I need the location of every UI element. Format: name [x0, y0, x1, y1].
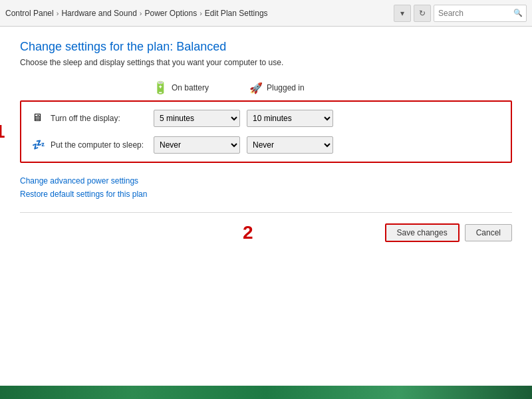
sleep-icon: 💤 — [32, 138, 45, 152]
plugged-in-header: 🚀 Plugged in — [249, 82, 346, 94]
on-battery-label: On battery — [172, 83, 209, 92]
breadcrumb: Control Panel › Hardware and Sound › Pow… — [5, 9, 394, 18]
search-input[interactable] — [434, 5, 527, 22]
column-headers: 🔋 On battery 🚀 Plugged in — [153, 80, 512, 95]
annotation-1: 1 — [0, 121, 5, 142]
battery-icon: 🔋 — [153, 80, 168, 95]
sleep-battery-select[interactable]: 1 minute 2 minutes 3 minutes 5 minutes 1… — [154, 136, 240, 154]
on-battery-header: 🔋 On battery — [153, 80, 249, 95]
address-bar: Control Panel › Hardware and Sound › Pow… — [0, 0, 532, 27]
annotation-2: 2 — [243, 222, 253, 243]
sleep-setting-row: 💤 Put the computer to sleep: 1 minute 2 … — [32, 136, 500, 154]
display-plugged-select[interactable]: 1 minute 2 minutes 3 minutes 5 minutes 1… — [247, 110, 333, 127]
breadcrumb-edit-plan[interactable]: Edit Plan Settings — [205, 9, 268, 18]
plugged-in-icon: 🚀 — [249, 82, 263, 94]
breadcrumb-control-panel[interactable]: Control Panel — [5, 9, 54, 18]
cancel-button[interactable]: Cancel — [465, 224, 512, 241]
dropdown-button[interactable]: ▾ — [394, 5, 411, 22]
address-controls: ▾ ↻ 🔍 — [394, 5, 527, 22]
page-subtitle: Choose the sleep and display settings th… — [20, 58, 512, 67]
bottom-buttons: 2 Save changes Cancel — [20, 223, 512, 242]
restore-defaults-link[interactable]: Restore default settings for this plan — [20, 190, 512, 199]
sleep-label: Put the computer to sleep: — [51, 140, 154, 150]
main-content: Change settings for the plan: Balanced C… — [0, 27, 532, 399]
display-icon: 🖥 — [32, 112, 45, 125]
breadcrumb-power-options[interactable]: Power Options — [144, 9, 197, 18]
taskbar — [0, 386, 532, 399]
display-label: Turn off the display: — [51, 114, 154, 123]
page-title: Change settings for the plan: Balanced — [20, 40, 512, 54]
breadcrumb-sep-1: › — [57, 9, 59, 17]
sleep-plugged-select[interactable]: 1 minute 2 minutes 3 minutes 5 minutes 1… — [247, 136, 333, 154]
divider — [20, 212, 512, 213]
breadcrumb-sep-2: › — [140, 9, 142, 17]
display-battery-select[interactable]: 1 minute 2 minutes 3 minutes 5 minutes 1… — [154, 110, 240, 127]
breadcrumb-hardware-sound[interactable]: Hardware and Sound — [61, 9, 136, 18]
search-wrap: 🔍 — [434, 5, 527, 22]
refresh-button[interactable]: ↻ — [414, 5, 431, 22]
plugged-in-label: Plugged in — [267, 83, 305, 92]
breadcrumb-sep-3: › — [200, 9, 202, 17]
advanced-settings-link[interactable]: Change advanced power settings — [20, 176, 512, 186]
action-links: Change advanced power settings Restore d… — [20, 176, 512, 199]
save-button[interactable]: Save changes — [385, 223, 460, 242]
display-setting-row: 🖥 Turn off the display: 1 minute 2 minut… — [32, 110, 500, 127]
settings-box: 1 🖥 Turn off the display: 1 minute 2 min… — [20, 100, 512, 163]
